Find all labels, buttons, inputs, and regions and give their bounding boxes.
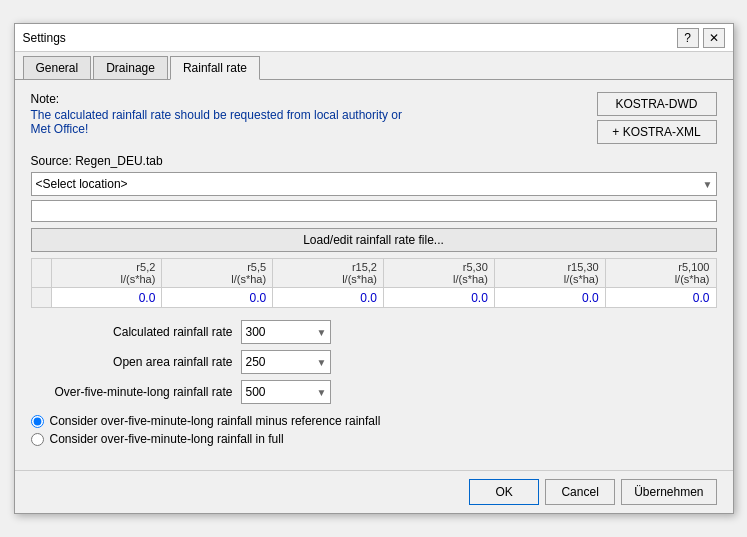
window-title: Settings xyxy=(23,31,66,45)
table-header-r1530: r15,30l/(s*ha) xyxy=(494,259,605,288)
source-label: Source: Regen_DEU.tab xyxy=(31,154,717,168)
table-cell-r530[interactable]: 0.0 xyxy=(383,288,494,308)
calc-row-0: Calculated rainfall rate 300 250 500 ▼ xyxy=(31,320,717,344)
tab-drainage[interactable]: Drainage xyxy=(93,56,168,79)
radio-row-0: Consider over-five-minute-long rainfall … xyxy=(31,414,717,428)
table-header-r55: r5,5l/(s*ha) xyxy=(162,259,273,288)
table-header-empty xyxy=(31,259,51,288)
calc-label-2: Over-five-minute-long rainfall rate xyxy=(31,385,241,399)
table-cell-index xyxy=(31,288,51,308)
radio-option-1[interactable] xyxy=(31,415,44,428)
title-bar-controls: ? ✕ xyxy=(677,28,725,48)
table-row: 0.0 0.0 0.0 0.0 0.0 0.0 xyxy=(31,288,716,308)
apply-button[interactable]: Übernehmen xyxy=(621,479,716,505)
table-header-r5100: r5,100l/(s*ha) xyxy=(605,259,716,288)
table-cell-r52[interactable]: 0.0 xyxy=(51,288,162,308)
radio-option-2[interactable] xyxy=(31,433,44,446)
table-header-r152: r15,2l/(s*ha) xyxy=(273,259,384,288)
radio-row-1: Consider over-five-minute-long rainfall … xyxy=(31,432,717,446)
calc-select-wrapper-0: 300 250 500 ▼ xyxy=(241,320,331,344)
calc-select-wrapper-2: 500 250 300 ▼ xyxy=(241,380,331,404)
table-header-r52: r5,2l/(s*ha) xyxy=(51,259,162,288)
location-text-input[interactable] xyxy=(31,200,717,222)
note-area: Note: The calculated rainfall rate shoul… xyxy=(31,92,403,144)
calc-row-2: Over-five-minute-long rainfall rate 500 … xyxy=(31,380,717,404)
table-cell-r1530[interactable]: 0.0 xyxy=(494,288,605,308)
title-bar: Settings ? ✕ xyxy=(15,24,733,52)
note-section: Note: The calculated rainfall rate shoul… xyxy=(31,92,717,144)
calc-label-0: Calculated rainfall rate xyxy=(31,325,241,339)
main-content: Note: The calculated rainfall rate shoul… xyxy=(15,80,733,470)
tab-bar: General Drainage Rainfall rate xyxy=(15,52,733,80)
table-cell-r5100[interactable]: 0.0 xyxy=(605,288,716,308)
calc-row-1: Open area rainfall rate 250 300 500 ▼ xyxy=(31,350,717,374)
calc-select-2[interactable]: 500 250 300 xyxy=(241,380,331,404)
table-cell-r55[interactable]: 0.0 xyxy=(162,288,273,308)
radio-label-1: Consider over-five-minute-long rainfall … xyxy=(50,414,381,428)
tab-rainfall-rate[interactable]: Rainfall rate xyxy=(170,56,260,80)
radio-section: Consider over-five-minute-long rainfall … xyxy=(31,414,717,446)
cancel-button[interactable]: Cancel xyxy=(545,479,615,505)
calc-select-wrapper-1: 250 300 500 ▼ xyxy=(241,350,331,374)
dialog-footer: OK Cancel Übernehmen xyxy=(15,470,733,513)
tab-general[interactable]: General xyxy=(23,56,92,79)
location-select-wrapper: <Select location> ▼ xyxy=(31,172,717,196)
calc-select-0[interactable]: 300 250 500 xyxy=(241,320,331,344)
note-label: Note: xyxy=(31,92,403,106)
help-button[interactable]: ? xyxy=(677,28,699,48)
close-button[interactable]: ✕ xyxy=(703,28,725,48)
ok-button[interactable]: OK xyxy=(469,479,539,505)
settings-dialog: Settings ? ✕ General Drainage Rainfall r… xyxy=(14,23,734,514)
calc-select-1[interactable]: 250 300 500 xyxy=(241,350,331,374)
load-edit-button[interactable]: Load/edit rainfall rate file... xyxy=(31,228,717,252)
location-select[interactable]: <Select location> xyxy=(31,172,717,196)
rate-table: r5,2l/(s*ha) r5,5l/(s*ha) r15,2l/(s*ha) … xyxy=(31,258,717,308)
radio-label-2: Consider over-five-minute-long rainfall … xyxy=(50,432,284,446)
kostra-buttons: KOSTRA-DWD + KOSTRA-XML xyxy=(597,92,717,144)
kostra-xml-button[interactable]: + KOSTRA-XML xyxy=(597,120,717,144)
table-header-r530: r5,30l/(s*ha) xyxy=(383,259,494,288)
calc-label-1: Open area rainfall rate xyxy=(31,355,241,369)
kostra-dwd-button[interactable]: KOSTRA-DWD xyxy=(597,92,717,116)
note-text: The calculated rainfall rate should be r… xyxy=(31,108,403,136)
calc-section: Calculated rainfall rate 300 250 500 ▼ O… xyxy=(31,320,717,404)
table-cell-r152[interactable]: 0.0 xyxy=(273,288,384,308)
